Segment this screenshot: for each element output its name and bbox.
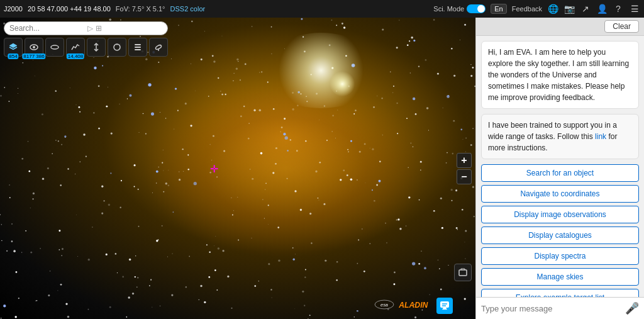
chat-input[interactable] xyxy=(481,304,621,313)
display-spectra-button[interactable]: Display spectra xyxy=(481,247,639,265)
user-icon[interactable]: 👤 xyxy=(596,3,608,14)
action-buttons-container: Search for an object Navigate to coordin… xyxy=(481,164,639,297)
esa-logo: esa xyxy=(374,299,394,313)
topbar: J2000 20 58 47.000 +44 19 48.00 FoV: 7.5… xyxy=(0,0,644,18)
manage-skies-button[interactable]: Manage skies xyxy=(481,268,639,286)
catalog-button[interactable] xyxy=(128,38,147,57)
toolbar-left: ▷ ⊞ 854 xyxy=(4,21,168,57)
display-image-button[interactable]: Display image observations xyxy=(481,206,639,223)
camera-icon[interactable]: 📷 xyxy=(564,3,575,14)
coord-system-label: J2000 xyxy=(4,5,23,13)
chat-input-row: 🎤 xyxy=(476,297,644,319)
chat-header: Clear xyxy=(476,18,644,36)
sky-view[interactable]: ▷ ⊞ 854 xyxy=(0,18,475,319)
svg-rect-8 xyxy=(135,49,141,50)
chat-messages: Hi, I am EVA. I am here to help you expl… xyxy=(476,36,644,297)
search-input[interactable] xyxy=(9,24,85,33)
globe-icon[interactable]: 🌐 xyxy=(547,3,558,14)
display-catalogues-button[interactable]: Display catalogues xyxy=(481,227,639,244)
explore-targets-button[interactable]: Explore example target list xyxy=(481,289,639,297)
svg-text:esa: esa xyxy=(380,302,388,308)
chat-panel: Clear Hi, I am EVA. I am here to help yo… xyxy=(475,18,644,319)
toggle-knob xyxy=(477,5,485,13)
zoom-out-button[interactable]: − xyxy=(457,169,472,184)
sci-mode-label: Sci. Mode xyxy=(433,5,464,13)
sky-logos: esa ALADIN xyxy=(374,298,453,314)
navigate-coordinates-button[interactable]: Navigate to coordinates xyxy=(481,185,639,203)
language-button[interactable]: En xyxy=(491,4,506,14)
svg-rect-7 xyxy=(135,47,141,48)
menu-icon[interactable]: ☰ xyxy=(629,3,640,14)
intro-message: I have been trained to support you in a … xyxy=(481,114,639,159)
search-icon: ▷ xyxy=(87,24,93,33)
instructions-link[interactable]: link xyxy=(595,132,606,141)
share-icon[interactable]: ↗ xyxy=(580,3,591,14)
fov-display: FoV: 7.5° X 5.1° xyxy=(116,5,165,13)
survey-display[interactable]: DSS2 color xyxy=(170,5,206,13)
svg-rect-11 xyxy=(459,270,467,276)
welcome-message: Hi, I am EVA. I am here to help you expl… xyxy=(481,41,639,109)
layers-btn-wrap: 854 xyxy=(4,38,23,57)
plot-badge: 14,408 xyxy=(67,53,84,59)
sci-mode-toggle[interactable] xyxy=(467,4,486,13)
toolbar-row-1: 854 8177 386 xyxy=(4,38,168,57)
circle-button[interactable] xyxy=(108,38,126,57)
microphone-icon[interactable]: 🎤 xyxy=(625,301,639,315)
search-object-button[interactable]: Search for an object xyxy=(481,164,639,182)
svg-text:ALADIN: ALADIN xyxy=(398,301,428,310)
stars-canvas xyxy=(0,18,475,319)
telescope-button[interactable] xyxy=(149,38,168,57)
zoom-in-button[interactable]: + xyxy=(457,153,472,168)
eye-btn-wrap: 8177 386 xyxy=(25,38,43,57)
sci-mode-toggle-group: Sci. Mode xyxy=(433,4,486,13)
zoom-controls: + − xyxy=(457,153,472,184)
main-area: ▷ ⊞ 854 xyxy=(0,18,644,319)
shape-button[interactable] xyxy=(45,38,64,57)
clear-button[interactable]: Clear xyxy=(604,20,639,33)
layers-badge: 854 xyxy=(8,53,18,59)
aladin-logo: ALADIN xyxy=(398,299,433,313)
feedback-button[interactable]: Feedback xyxy=(512,5,542,13)
plot-btn-wrap: 14,408 xyxy=(66,38,85,57)
svg-rect-15 xyxy=(440,301,449,308)
help-icon[interactable]: ? xyxy=(613,3,624,14)
align-button[interactable] xyxy=(87,38,106,57)
eye-badge: 8177 386 xyxy=(22,53,45,59)
welcome-text: Hi, I am EVA. I am here to help you expl… xyxy=(488,48,629,102)
svg-point-2 xyxy=(51,45,58,49)
chat-toggle-button[interactable] xyxy=(436,298,453,314)
coordinates-display: 20 58 47.000 +44 19 48.00 xyxy=(28,5,111,13)
grid-icon: ⊞ xyxy=(96,24,102,33)
svg-rect-6 xyxy=(135,44,141,45)
svg-point-1 xyxy=(33,46,35,48)
screenshot-button[interactable] xyxy=(454,264,472,281)
search-bar: ▷ ⊞ xyxy=(4,21,168,35)
